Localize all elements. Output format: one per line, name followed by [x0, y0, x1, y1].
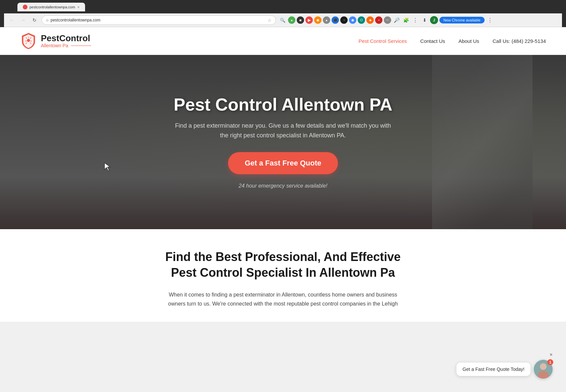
nav-phone: Call Us: (484) 229-5134 [493, 38, 546, 44]
menu-icon[interactable]: ⋮ [411, 16, 419, 24]
browser-toolbar: ← → ↻ ⊙ pestcontrolallentownpa.com ☆ 🔍 ●… [4, 13, 562, 27]
cta-quote-button[interactable]: Get a Fast Free Quote [228, 152, 338, 174]
tab-close-icon[interactable]: ✕ [77, 5, 80, 9]
ext-orange2-icon[interactable]: ◈ [366, 16, 374, 24]
download-icon[interactable]: ⬇ [421, 16, 429, 24]
reload-button[interactable]: ↻ [30, 16, 39, 24]
tab-title: pestcontrolallentownpa.com [29, 5, 75, 9]
site-nav: Pest Control Services Contact Us About U… [359, 38, 546, 44]
ext-dark-icon[interactable]: ◾ [340, 16, 348, 24]
profile-icon[interactable]: J [430, 16, 438, 24]
logo-shield-icon [20, 32, 37, 49]
hero-subtitle: Find a pest exterminator near you. Give … [174, 121, 393, 140]
logo-brand-name: PestControl [41, 34, 91, 43]
below-hero-title: Find the Best Professional, And Effectiv… [67, 249, 499, 281]
ext-chrome-icon[interactable]: ● [288, 16, 295, 24]
below-hero-section: Find the Best Professional, And Effectiv… [0, 229, 566, 322]
ext-orange-icon[interactable]: ◉ [314, 16, 322, 24]
logo-location: Allentown Pa [41, 43, 91, 48]
forward-button[interactable]: → [19, 16, 27, 24]
toolbar-extensions: 🔍 ● ■ ▶ ◉ ▲ ⬛ ◾ ◉ ⬡ ◈ ▪ ··· 🔎 🧩 ⋮ ⬇ J Ne… [279, 16, 494, 24]
ext-red1-icon[interactable]: ▶ [305, 16, 313, 24]
logo-text: PestControl Allentown Pa [41, 34, 91, 48]
more-options-icon[interactable]: ⋮ [486, 16, 494, 24]
ext-blue2-icon[interactable]: ◉ [349, 16, 356, 24]
ext-teal-icon[interactable]: ⬡ [358, 16, 365, 24]
hero-section: Pest Control Allentown PA Find a pest ex… [0, 55, 566, 229]
site-header: PestControl Allentown Pa Pest Control Se… [0, 27, 566, 55]
svg-point-0 [27, 39, 30, 42]
below-hero-body: When it comes to finding a pest extermin… [166, 290, 400, 308]
search2-icon[interactable]: 🔎 [393, 16, 401, 24]
hero-emergency-text: 24 hour emergency service available! [174, 183, 393, 189]
cursor-indicator [104, 162, 111, 173]
star-icon[interactable]: ☆ [268, 18, 272, 23]
lock-icon: ⊙ [46, 18, 49, 22]
browser-chrome: pestcontrolallentownpa.com ✕ ← → ↻ ⊙ pes… [0, 0, 566, 27]
ext-dots-icon[interactable]: ··· [384, 16, 391, 24]
tab-favicon [23, 5, 27, 9]
ext-blue-icon[interactable]: ⬛ [332, 16, 339, 24]
logo-line-decoration [71, 46, 91, 46]
nav-pest-control-services[interactable]: Pest Control Services [359, 38, 407, 44]
ext-square-icon[interactable]: ■ [297, 16, 304, 24]
nav-contact-us[interactable]: Contact Us [420, 38, 445, 44]
back-button[interactable]: ← [7, 16, 16, 24]
new-chrome-button[interactable]: New Chrome available [439, 17, 485, 23]
hero-title: Pest Control Allentown PA [174, 95, 393, 114]
extensions-icon[interactable]: 🧩 [402, 16, 410, 24]
hero-content: Pest Control Allentown PA Find a pest ex… [167, 95, 399, 189]
nav-about-us[interactable]: About Us [458, 38, 479, 44]
website-container: PestControl Allentown Pa Pest Control Se… [0, 27, 566, 322]
ext-red2-icon[interactable]: ▪ [375, 16, 382, 24]
url-text: pestcontrolallentownpa.com [51, 18, 266, 22]
logo-area: PestControl Allentown Pa [20, 32, 91, 49]
ext-grey1-icon[interactable]: ▲ [323, 16, 330, 24]
search-icon[interactable]: 🔍 [279, 16, 287, 24]
address-bar[interactable]: ⊙ pestcontrolallentownpa.com ☆ [42, 15, 276, 25]
active-tab[interactable]: pestcontrolallentownpa.com ✕ [17, 3, 85, 11]
browser-tabs: pestcontrolallentownpa.com ✕ [4, 3, 562, 11]
